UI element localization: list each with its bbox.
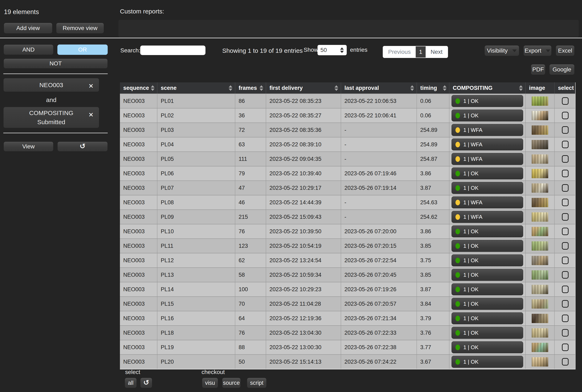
row-select-checkbox[interactable]	[562, 314, 568, 322]
sort-icon[interactable]	[410, 85, 414, 91]
shot-thumbnail[interactable]	[532, 314, 548, 323]
shot-thumbnail[interactable]	[532, 241, 548, 251]
shot-thumbnail[interactable]	[532, 169, 548, 178]
filter-chip-sequence[interactable]: NEO003 ✕	[3, 78, 99, 92]
row-select-checkbox[interactable]	[562, 170, 568, 177]
status-badge[interactable]: 1 | OK	[451, 226, 523, 238]
shot-thumbnail[interactable]	[532, 256, 548, 265]
shot-thumbnail[interactable]	[532, 212, 548, 222]
export-button[interactable]: Export	[523, 45, 551, 56]
shot-thumbnail[interactable]	[532, 357, 548, 366]
row-select-checkbox[interactable]	[562, 155, 568, 163]
select-all-button[interactable]: all	[125, 378, 137, 388]
pdf-button[interactable]: PDF	[531, 64, 545, 75]
row-select-checkbox[interactable]	[562, 97, 568, 105]
status-badge[interactable]: 1 | OK	[451, 356, 523, 368]
shot-thumbnail[interactable]	[532, 183, 548, 193]
next-page-button[interactable]: Next	[426, 46, 448, 58]
status-badge[interactable]: 1 | OK	[451, 254, 523, 266]
column-header[interactable]: select	[554, 82, 575, 94]
shot-thumbnail[interactable]	[532, 285, 548, 294]
shot-thumbnail[interactable]	[532, 343, 548, 352]
status-badge[interactable]: 1 | WFA	[451, 138, 523, 150]
row-select-checkbox[interactable]	[562, 358, 568, 366]
status-badge[interactable]: 1 | WFA	[451, 196, 523, 208]
filter-reset-button[interactable]: ↺	[57, 142, 108, 152]
column-header[interactable]: sequence	[120, 82, 157, 94]
status-badge[interactable]: 1 | OK	[451, 298, 523, 310]
sort-icon[interactable]	[260, 85, 263, 91]
shot-thumbnail[interactable]	[532, 270, 548, 280]
shot-thumbnail[interactable]	[532, 140, 548, 149]
shot-thumbnail[interactable]	[532, 154, 548, 164]
status-badge[interactable]: 1 | OK	[451, 312, 523, 324]
not-button[interactable]: NOT	[4, 58, 108, 68]
status-badge[interactable]: 1 | WFA	[451, 211, 523, 223]
column-header[interactable]: frames	[235, 82, 266, 94]
excel-button[interactable]: Excel	[556, 45, 574, 56]
current-page-indicator[interactable]: 1	[416, 46, 426, 58]
row-select-checkbox[interactable]	[562, 329, 568, 336]
row-select-checkbox[interactable]	[562, 126, 568, 134]
row-select-checkbox[interactable]	[562, 286, 568, 293]
row-select-checkbox[interactable]	[562, 242, 568, 250]
shot-thumbnail[interactable]	[532, 96, 548, 106]
column-header[interactable]: scene	[157, 82, 235, 94]
status-badge[interactable]: 1 | OK	[451, 95, 523, 107]
sort-icon[interactable]	[229, 85, 232, 91]
and-button[interactable]: AND	[4, 44, 54, 55]
row-select-checkbox[interactable]	[562, 257, 568, 264]
row-select-checkbox[interactable]	[562, 300, 568, 308]
add-view-button[interactable]: Add view	[4, 23, 53, 34]
status-badge[interactable]: 1 | OK	[451, 168, 523, 180]
select-reset-button[interactable]: ↺	[140, 378, 152, 388]
view-button[interactable]: View	[4, 142, 54, 152]
close-icon[interactable]: ✕	[89, 110, 94, 120]
close-icon[interactable]: ✕	[89, 82, 94, 91]
sort-icon[interactable]	[151, 85, 155, 91]
row-select-checkbox[interactable]	[562, 141, 568, 148]
row-select-checkbox[interactable]	[562, 213, 568, 221]
status-badge[interactable]: 1 | OK	[451, 240, 523, 252]
row-select-checkbox[interactable]	[562, 184, 568, 192]
shot-thumbnail[interactable]	[532, 198, 548, 207]
shot-thumbnail[interactable]	[532, 111, 548, 120]
visibility-button[interactable]: Visibility	[484, 45, 519, 56]
column-header[interactable]: image	[525, 82, 554, 94]
remove-view-button[interactable]: Remove view	[56, 23, 104, 34]
status-badge[interactable]: 1 | OK	[451, 327, 523, 339]
filter-chip-status[interactable]: COMPOSITING Submitted ✕	[3, 107, 99, 128]
status-badge[interactable]: 1 | OK	[451, 182, 523, 194]
checkout-script-button[interactable]: script	[247, 378, 267, 388]
shot-thumbnail[interactable]	[532, 299, 548, 308]
sort-icon[interactable]	[519, 85, 523, 91]
status-badge[interactable]: 1 | OK	[451, 283, 523, 295]
shot-thumbnail[interactable]	[532, 126, 548, 135]
column-header[interactable]: COMPOSITING	[449, 82, 525, 94]
shot-thumbnail[interactable]	[532, 328, 548, 338]
page-size-select[interactable]: 50	[317, 45, 347, 55]
search-input[interactable]	[140, 46, 205, 55]
status-badge[interactable]: 1 | WFA	[451, 124, 523, 136]
column-header[interactable]: first delivery	[266, 82, 341, 94]
row-select-checkbox[interactable]	[562, 112, 568, 119]
sort-icon[interactable]	[443, 85, 446, 91]
status-badge[interactable]: 1 | OK	[451, 110, 523, 122]
row-select-checkbox[interactable]	[562, 199, 568, 206]
row-select-checkbox[interactable]	[562, 344, 568, 351]
status-badge[interactable]: 1 | OK	[451, 269, 523, 281]
column-header[interactable]: last approval	[341, 82, 416, 94]
google-button[interactable]: Google	[549, 64, 574, 75]
checkout-visu-button[interactable]: visu	[202, 378, 218, 388]
row-select-checkbox[interactable]	[562, 228, 568, 235]
status-badge[interactable]: 1 | WFA	[451, 153, 523, 165]
sort-icon[interactable]	[334, 85, 338, 91]
checkout-source-button[interactable]: source	[222, 378, 241, 388]
row-select-checkbox[interactable]	[562, 271, 568, 278]
shot-thumbnail[interactable]	[532, 227, 548, 236]
or-button[interactable]: OR	[57, 44, 108, 55]
status-badge[interactable]: 1 | OK	[451, 341, 523, 353]
frames-cell: 72	[235, 123, 266, 137]
column-header[interactable]: timing	[416, 82, 449, 94]
previous-page-button[interactable]: Previous	[383, 46, 416, 58]
